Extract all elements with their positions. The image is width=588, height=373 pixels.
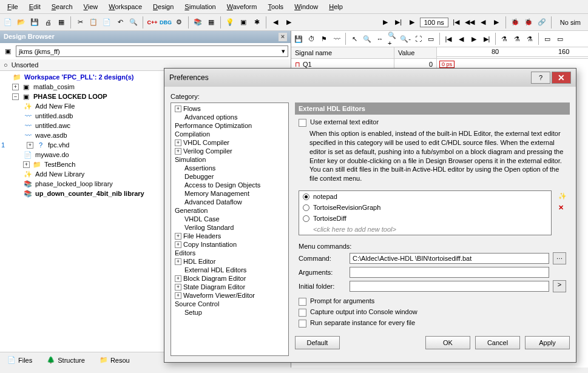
menu-search[interactable]: Search bbox=[47, 1, 78, 12]
tree-mywave[interactable]: mywave.do bbox=[35, 151, 69, 158]
nav-prev-icon[interactable]: ◀ bbox=[456, 33, 467, 44]
cascade-icon[interactable]: ▦ bbox=[56, 17, 67, 28]
cut-icon[interactable]: ✂ bbox=[75, 17, 86, 28]
expander-icon[interactable]: + bbox=[175, 148, 181, 155]
tool-row[interactable]: TortoiseRevisionGraph bbox=[299, 202, 551, 213]
save-icon[interactable]: 💾 bbox=[293, 33, 304, 44]
tree-addlib[interactable]: Add New Library bbox=[35, 170, 84, 178]
cat-vhdlc[interactable]: VHDL Compiler bbox=[183, 139, 229, 146]
col-signal[interactable]: Signal name bbox=[291, 47, 394, 58]
menu-view[interactable]: View bbox=[79, 1, 103, 12]
tree-updown[interactable]: up_down_counter_4bit_nib library bbox=[35, 190, 144, 197]
dialog-titlebar[interactable]: Preferences ? ✕ bbox=[164, 69, 576, 87]
opt2-icon[interactable]: ▭ bbox=[555, 33, 566, 44]
undo-icon[interactable]: ↶ bbox=[115, 17, 126, 28]
play-icon[interactable]: ▶ bbox=[380, 17, 391, 28]
prompt-checkbox[interactable] bbox=[299, 298, 306, 306]
cat-blocked[interactable]: Block Diagram Editor bbox=[183, 275, 246, 282]
tree-addfile[interactable]: Add New File bbox=[35, 102, 75, 110]
add-tool-hint[interactable]: <click here to add new tool> bbox=[299, 224, 551, 235]
menu-window[interactable]: Window bbox=[289, 1, 323, 12]
tree-workspace[interactable]: Workspace 'FPC_PLL': 2 design(s) bbox=[24, 73, 133, 81]
opt-icon[interactable]: ▭ bbox=[542, 33, 553, 44]
zoom-fit-icon[interactable]: ⛶ bbox=[413, 33, 424, 44]
use-external-checkbox[interactable] bbox=[299, 119, 306, 127]
print-icon[interactable]: 🖨 bbox=[42, 17, 53, 28]
arguments-input[interactable] bbox=[350, 267, 549, 278]
clock-icon[interactable]: ⏱ bbox=[306, 33, 317, 44]
prev-icon[interactable]: ◀◀ bbox=[464, 17, 475, 28]
cat-exthdl[interactable]: External HDL Editors bbox=[184, 266, 246, 274]
tree-fpc[interactable]: fpc.vhd bbox=[48, 141, 69, 149]
cat-verilogstd[interactable]: Verilog Standard bbox=[184, 224, 234, 231]
cat-debugger[interactable]: Debugger bbox=[184, 173, 214, 180]
folder-input[interactable] bbox=[350, 281, 549, 292]
menu-design[interactable]: Design bbox=[148, 1, 178, 12]
build-icon[interactable]: ⚙ bbox=[174, 17, 184, 28]
cat-simulation[interactable]: Simulation bbox=[175, 156, 206, 163]
cat-srcctrl[interactable]: Source Control bbox=[175, 300, 219, 307]
expander-icon[interactable]: + bbox=[175, 275, 181, 282]
filter2-icon[interactable]: ⚗ bbox=[512, 33, 522, 44]
expander-icon[interactable]: + bbox=[23, 161, 30, 168]
delete-tool-icon[interactable]: ✕ bbox=[558, 204, 567, 212]
cursor-icon[interactable]: ↖ bbox=[349, 33, 360, 44]
apply-button[interactable]: Apply bbox=[525, 336, 570, 349]
cat-setup[interactable]: Setup bbox=[184, 309, 202, 316]
new-tool-icon[interactable]: ✨ bbox=[558, 192, 567, 200]
menu-file[interactable]: File bbox=[2, 1, 23, 12]
paste-icon[interactable]: 📄 bbox=[101, 17, 112, 28]
runsep-checkbox[interactable] bbox=[299, 320, 306, 328]
copy-icon[interactable]: 📋 bbox=[88, 17, 99, 28]
menu-workspace[interactable]: Workspace bbox=[104, 1, 147, 12]
capture-checkbox[interactable] bbox=[299, 309, 306, 317]
cat-editors[interactable]: Editors bbox=[175, 249, 195, 257]
tree-wave[interactable]: wave.asdb bbox=[35, 132, 67, 139]
step-icon[interactable]: ▶| bbox=[393, 17, 404, 28]
bug2-icon[interactable]: 🐞 bbox=[523, 17, 534, 28]
db-icon[interactable]: ▦ bbox=[206, 17, 217, 28]
menu-waveform[interactable]: Waveform bbox=[222, 1, 262, 12]
tab-files[interactable]: 📄Files bbox=[4, 355, 36, 365]
expander-icon[interactable]: − bbox=[12, 93, 19, 100]
menu-tools[interactable]: Tools bbox=[263, 1, 288, 12]
rewind-icon[interactable]: |◀ bbox=[451, 17, 462, 28]
cursor-marker[interactable]: 0 ps bbox=[439, 61, 455, 68]
menu-edit[interactable]: Edit bbox=[24, 1, 46, 12]
menu-help[interactable]: Help bbox=[324, 1, 348, 12]
zoom-in-icon[interactable]: 🔍+ bbox=[387, 33, 398, 44]
tree-asdb[interactable]: untitled.asdb bbox=[35, 112, 73, 119]
expander-icon[interactable]: + bbox=[175, 106, 181, 112]
nav-last-icon[interactable]: ▶| bbox=[481, 33, 492, 44]
cat-advopt[interactable]: Advanced options bbox=[184, 113, 237, 121]
radio-icon[interactable] bbox=[303, 204, 309, 211]
tool-list[interactable]: notepad TortoiseRevisionGraph TortoiseDi… bbox=[299, 190, 552, 235]
command-input[interactable] bbox=[350, 253, 549, 264]
chip-icon[interactable]: ▣ bbox=[238, 17, 249, 28]
right-icon[interactable]: ▶ bbox=[283, 17, 294, 28]
radio-icon[interactable] bbox=[303, 215, 309, 222]
sort-header[interactable]: Unsorted bbox=[12, 61, 39, 69]
tree-matlab[interactable]: matlab_cosim bbox=[33, 83, 75, 90]
nav-next-icon[interactable]: ▶ bbox=[468, 33, 479, 44]
fwd-icon[interactable]: ▶ bbox=[491, 17, 502, 28]
link-icon[interactable]: 🔗 bbox=[536, 17, 547, 28]
tool-row[interactable]: TortoiseDiff bbox=[299, 213, 551, 224]
zoom-h-icon[interactable]: ↔ bbox=[374, 33, 385, 44]
chip-small-icon[interactable]: ▣ bbox=[2, 45, 13, 56]
cat-memmgmt[interactable]: Memory Management bbox=[184, 190, 249, 197]
cat-verilogc[interactable]: Verilog Compiler bbox=[183, 147, 232, 155]
design-combo[interactable]: jkms (jkms_ff) ▾ bbox=[16, 45, 288, 57]
dialog-close-button[interactable]: ✕ bbox=[552, 72, 571, 84]
dbg-icon[interactable]: DBG bbox=[160, 17, 171, 28]
tree-pll[interactable]: PHASE LOCKED LOOP bbox=[33, 93, 107, 100]
save-icon[interactable]: 💾 bbox=[29, 17, 40, 28]
cat-stateed[interactable]: State Diagram Editor bbox=[183, 283, 245, 291]
tree-awc[interactable]: untitled.awc bbox=[35, 122, 70, 129]
cat-compilation[interactable]: Compilation bbox=[175, 130, 210, 138]
category-tree[interactable]: +Flows Advanced options Performance Opti… bbox=[171, 102, 289, 356]
cat-hdled[interactable]: HDL Editor bbox=[183, 258, 215, 265]
run-icon[interactable]: ▶ bbox=[407, 17, 417, 28]
ok-button[interactable]: OK bbox=[425, 336, 470, 349]
wave-icon[interactable]: 〰 bbox=[331, 33, 342, 44]
